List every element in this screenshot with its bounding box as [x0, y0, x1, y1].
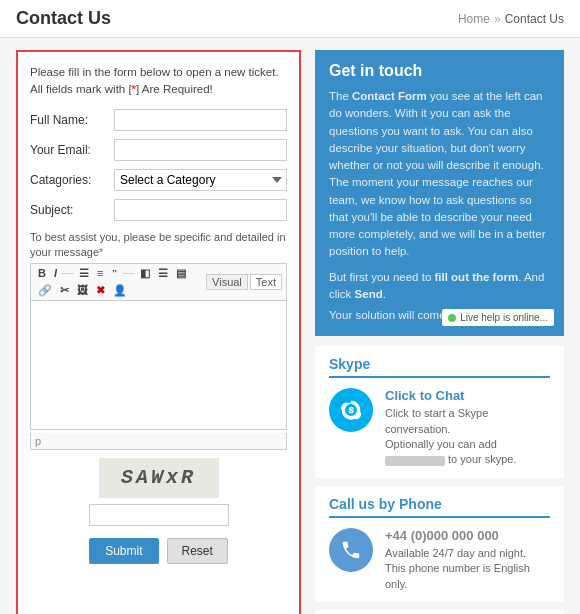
full-name-input[interactable] — [114, 109, 287, 131]
quote-btn[interactable]: " — [108, 266, 120, 280]
subject-label: Subject: — [30, 203, 108, 217]
get-in-touch-section: Get in touch The Contact Form you see at… — [315, 50, 564, 336]
email-label: Your Email: — [30, 143, 108, 157]
skype-icon-wrap — [329, 388, 373, 432]
message-textarea[interactable] — [30, 300, 287, 430]
page-header: Contact Us Home » Contact Us — [0, 0, 580, 38]
page-content: Please fill in the form below to open a … — [0, 38, 580, 614]
editor-toolbar: B I — ☰ ≡ " — ◧ ☰ ▤ 🔗 ✂ 🖼 ✖ 👤 Visual Tex… — [30, 263, 287, 300]
live-help-text: Live help is online... — [460, 312, 548, 323]
phone-item: +44 (0)000 000 000 Available 24/7 day an… — [329, 528, 550, 592]
skype-item: Click to Chat Click to start a Skype con… — [329, 388, 550, 468]
full-name-row: Full Name: — [30, 109, 287, 131]
category-row: Catagories: Select a Category General In… — [30, 169, 287, 191]
email-input[interactable] — [114, 139, 287, 161]
visual-tab[interactable]: Visual — [206, 274, 248, 290]
editor-footer: p — [30, 433, 287, 450]
captcha-input[interactable] — [89, 504, 229, 526]
submit-button[interactable]: Submit — [89, 538, 158, 564]
skype-section: Skype Click to Chat Click to start a Sky… — [315, 346, 564, 478]
breadcrumb-current: Contact Us — [505, 12, 564, 26]
italic-btn[interactable]: I — [51, 266, 60, 280]
category-select[interactable]: Select a Category General Inquiry Techni… — [114, 169, 287, 191]
list-btn[interactable]: ☰ — [76, 266, 92, 281]
editor-tabs: Visual Text — [206, 274, 282, 290]
list-ol-btn[interactable]: ≡ — [94, 266, 106, 280]
tickets-section: View Support Tickets View My Tickets Vie… — [315, 610, 564, 614]
text-tab[interactable]: Text — [250, 274, 282, 290]
phone-number: +44 (0)000 000 000 — [385, 528, 550, 543]
captcha-image: SAWxR — [99, 458, 219, 498]
align-center-btn[interactable]: ☰ — [155, 266, 171, 281]
editor-tools: B I — ☰ ≡ " — ◧ ☰ ▤ 🔗 ✂ 🖼 ✖ 👤 — [35, 266, 206, 298]
phone-desc: Available 24/7 day and night. This phone… — [385, 546, 550, 592]
phone-icon-wrap — [329, 528, 373, 572]
form-intro: Please fill in the form below to open a … — [30, 64, 287, 99]
phone-section: Call us by Phone +44 (0)000 000 000 Avai… — [315, 486, 564, 602]
reset-button[interactable]: Reset — [167, 538, 228, 564]
right-panel: Get in touch The Contact Form you see at… — [315, 50, 564, 614]
breadcrumb-sep: » — [494, 12, 501, 26]
align-right-btn[interactable]: ▤ — [173, 266, 189, 281]
bold-btn[interactable]: B — [35, 266, 49, 280]
subject-row: Subject: — [30, 199, 287, 221]
get-in-touch-para2: But first you need to fill out the form.… — [329, 269, 550, 304]
category-label: Catagories: — [30, 173, 108, 187]
person-btn[interactable]: 👤 — [110, 283, 130, 298]
link-btn[interactable]: 🔗 — [35, 283, 55, 298]
remove-btn[interactable]: ✖ — [93, 283, 108, 298]
get-in-touch-title: Get in touch — [329, 62, 550, 80]
phone-title: Call us by Phone — [329, 496, 550, 518]
phone-info: +44 (0)000 000 000 Available 24/7 day an… — [385, 528, 550, 592]
live-help-badge: Live help is online... — [442, 309, 554, 326]
align-left-btn[interactable]: ◧ — [137, 266, 153, 281]
page-title: Contact Us — [16, 8, 111, 29]
textarea-hint-text: To best assist you, please be specific a… — [30, 231, 286, 258]
captcha-section: SAWxR — [30, 458, 287, 534]
unlink-btn[interactable]: ✂ — [57, 283, 72, 298]
form-buttons: Submit Reset — [30, 538, 287, 564]
skype-icon — [340, 399, 362, 421]
contact-form-panel: Please fill in the form below to open a … — [16, 50, 301, 614]
textarea-hint-row: To best assist you, please be specific a… — [30, 229, 287, 259]
subject-input[interactable] — [114, 199, 287, 221]
skype-info: Click to Chat Click to start a Skype con… — [385, 388, 550, 468]
skype-item-title: Click to Chat — [385, 388, 550, 403]
breadcrumb: Home » Contact Us — [458, 12, 564, 26]
editor-tag: p — [35, 435, 41, 447]
skype-blurred — [385, 456, 445, 466]
image-btn[interactable]: 🖼 — [74, 283, 91, 297]
phone-icon — [340, 539, 362, 561]
live-help-dot — [448, 314, 456, 322]
breadcrumb-home[interactable]: Home — [458, 12, 490, 26]
full-name-label: Full Name: — [30, 113, 108, 127]
email-row: Your Email: — [30, 139, 287, 161]
skype-title: Skype — [329, 356, 550, 378]
get-in-touch-para1: The Contact Form you see at the left can… — [329, 88, 550, 261]
skype-item-desc: Click to start a Skype conversation. Opt… — [385, 406, 550, 468]
